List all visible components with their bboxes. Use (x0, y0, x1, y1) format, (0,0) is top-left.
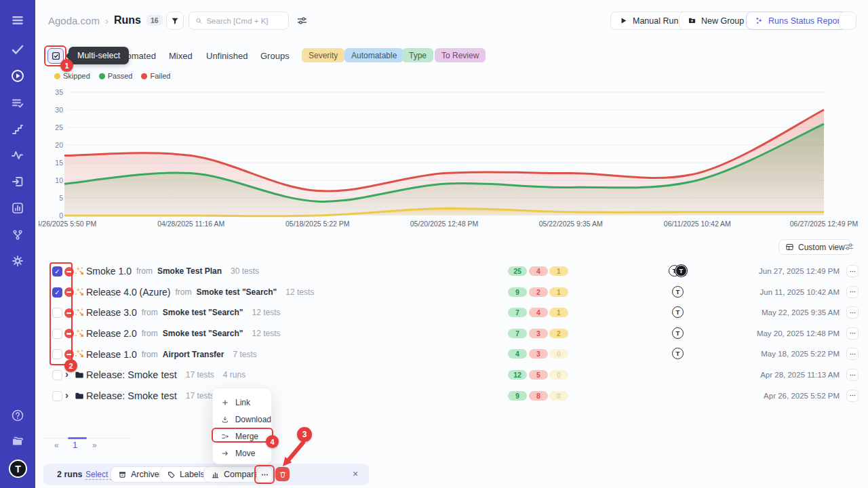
legend-item-skipped[interactable]: Skipped (54, 72, 90, 80)
context-menu-item-move[interactable]: Move (213, 445, 271, 462)
archive-button[interactable]: Archive (111, 466, 167, 483)
run-row[interactable]: ✓Smoke 1.0fromSmoke Test Plan30 tests254… (43, 261, 860, 282)
group-name[interactable]: Release: Smoke test (86, 369, 177, 380)
assignee-avatar[interactable]: T (672, 327, 684, 339)
tab-groups[interactable]: Groups (260, 51, 290, 61)
run-name[interactable]: Release 3.0 (86, 307, 137, 318)
tab-unfinished[interactable]: Unfinished (206, 51, 248, 61)
pagination-prev[interactable]: « (54, 441, 59, 450)
assignee-avatar[interactable]: T (675, 265, 687, 277)
group-name[interactable]: Release: Smoke test (86, 390, 177, 401)
sidebar-item-play-circle[interactable] (9, 68, 26, 84)
tests-count: 7 tests (233, 350, 256, 359)
help-icon (11, 409, 24, 422)
user-avatar[interactable]: T (9, 460, 27, 478)
expand-chevron[interactable]: › (65, 389, 68, 401)
selection-more-button[interactable] (256, 466, 273, 483)
assignee-avatar[interactable]: T (672, 348, 684, 359)
group-row[interactable]: ›Release: Smoke test17 tests4 runs1250Ap… (43, 365, 860, 386)
skipped-count-pill: 0 (549, 391, 568, 401)
row-more-button[interactable] (846, 306, 859, 319)
breadcrumb-project[interactable]: Agoda.com (48, 15, 100, 26)
run-row[interactable]: Release 2.0fromSmoke test "Search"12 tes… (43, 323, 860, 344)
filter-chip-type[interactable]: Type (402, 48, 433, 62)
run-row[interactable]: Release 1.0fromAirport Transfer7 tests43… (43, 344, 860, 365)
search-box[interactable] (189, 12, 289, 30)
svg-text:20: 20 (55, 141, 63, 149)
sidebar-item-check[interactable] (9, 41, 26, 58)
steps-icon (11, 123, 24, 136)
view-settings-icon[interactable] (844, 241, 854, 252)
ellipsis-icon (849, 350, 856, 358)
header-more-button[interactable] (839, 12, 856, 30)
skipped-count-pill: 1 (549, 308, 568, 317)
row-checkbox[interactable]: ✓ (52, 287, 62, 298)
row-checkbox[interactable] (52, 329, 62, 339)
run-name[interactable]: Release 4.0 (Azure) (86, 287, 171, 298)
run-row[interactable]: Release 3.0fromSmoke test "Search"12 tes… (43, 302, 860, 323)
run-row[interactable]: ✓Release 4.0 (Azure)fromSmoke test "Sear… (43, 282, 860, 303)
row-more-button[interactable] (846, 369, 859, 381)
pagination-page-1[interactable]: 1 (73, 440, 77, 450)
run-source[interactable]: Smoke test "Search" (197, 287, 277, 297)
row-checkbox[interactable] (52, 308, 62, 318)
checkbox-icon (51, 51, 61, 61)
row-checkbox[interactable] (52, 349, 62, 359)
custom-view-button[interactable]: Custom view (778, 239, 852, 255)
context-menu-item-download[interactable]: Download (213, 411, 271, 428)
filter-chip-to-review[interactable]: To Review (435, 48, 486, 62)
context-menu-item-link[interactable]: Link (213, 394, 271, 411)
sidebar-item-gear[interactable] (9, 253, 26, 269)
sidebar-item-pulse[interactable] (9, 147, 26, 163)
sidebar-item-bar-chart[interactable] (9, 200, 26, 216)
tab-mixed[interactable]: Mixed (169, 51, 193, 61)
search-input[interactable] (206, 17, 282, 25)
run-name[interactable]: Release 1.0 (86, 349, 137, 360)
legend-item-passed[interactable]: Passed (99, 72, 133, 80)
minus-status-icon (64, 287, 74, 297)
svg-text:04/26/2025 5:50 PM: 04/26/2025 5:50 PM (39, 220, 96, 228)
row-more-button[interactable] (846, 265, 859, 277)
manual-run-button[interactable]: Manual Run (610, 12, 687, 30)
run-source[interactable]: Smoke test "Search" (163, 329, 243, 338)
new-group-button[interactable]: New Group (679, 12, 753, 30)
sidebar-item-sign-in[interactable] (9, 174, 26, 190)
run-source[interactable]: Smoke Test Plan (157, 266, 222, 276)
sidebar-item-folders[interactable] (9, 433, 26, 449)
row-checkbox[interactable] (52, 370, 62, 380)
filter-button[interactable] (166, 12, 184, 30)
row-more-button[interactable] (846, 390, 859, 402)
run-source[interactable]: Smoke test "Search" (163, 308, 243, 317)
runs-status-report-button[interactable]: Runs Status Report (746, 12, 851, 30)
legend-item-failed[interactable]: Failed (141, 72, 170, 80)
run-date: Apr 28, 2025 11:13 AM (760, 371, 840, 379)
row-checkbox[interactable] (52, 391, 62, 401)
row-more-button[interactable] (846, 286, 859, 298)
sidebar-item-branch[interactable] (9, 226, 26, 243)
sidebar-item-steps[interactable] (9, 121, 26, 138)
assignee-avatar[interactable]: T (672, 306, 684, 318)
sidebar-item-help[interactable] (9, 407, 26, 424)
context-menu-item-merge[interactable]: Merge (213, 428, 271, 445)
search-settings-icon[interactable] (296, 15, 308, 26)
skipped-count-pill: 1 (549, 266, 568, 276)
sidebar-item-menu[interactable] (9, 12, 26, 28)
filter-chip-automatable[interactable]: Automatable (344, 48, 403, 62)
run-source[interactable]: Airport Transfer (163, 350, 224, 359)
assignee-avatar[interactable]: T (672, 286, 684, 298)
failed-count-pill: 3 (529, 349, 548, 359)
table-view-icon (785, 243, 794, 251)
run-name[interactable]: Smoke 1.0 (86, 266, 132, 277)
row-checkbox[interactable]: ✓ (52, 266, 62, 277)
row-more-button[interactable] (846, 327, 859, 340)
close-selection-icon[interactable]: × (353, 468, 358, 479)
list-check-icon (11, 96, 24, 110)
sidebar-item-list-check[interactable] (9, 95, 26, 111)
pagination-next[interactable]: » (92, 441, 97, 450)
group-row[interactable]: ›Release: Smoke test17 tests7 runs980Apr… (43, 386, 860, 407)
folder-icon (74, 369, 85, 380)
row-more-button[interactable] (846, 348, 859, 360)
run-name[interactable]: Release 2.0 (86, 328, 137, 339)
runs-status-report-label: Runs Status Report (768, 16, 842, 26)
filter-chip-severity[interactable]: Severity (302, 48, 344, 62)
